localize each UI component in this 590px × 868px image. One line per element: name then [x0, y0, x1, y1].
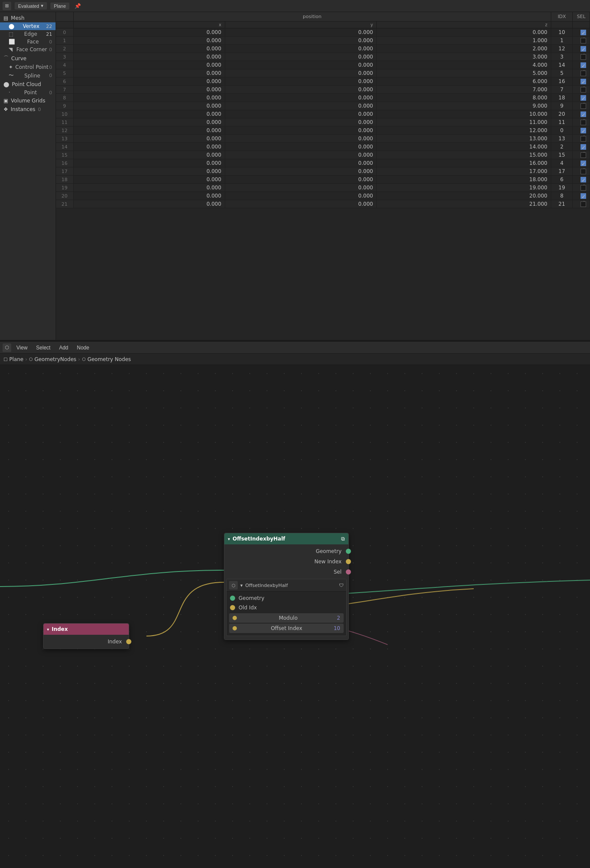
- table-row: 10.0000.0001.0001: [56, 37, 590, 45]
- add-button[interactable]: Add: [56, 344, 71, 352]
- checkbox[interactable]: [581, 169, 586, 174]
- index-output-socket[interactable]: [126, 639, 131, 644]
- sidebar-item-spline[interactable]: 〜 Spline 0: [0, 71, 56, 80]
- cell-sel[interactable]: [573, 102, 590, 110]
- checkbox[interactable]: [581, 120, 586, 125]
- checkbox[interactable]: ✓: [581, 177, 586, 182]
- spline-label: Spline: [25, 73, 40, 79]
- cell-sel[interactable]: [573, 86, 590, 94]
- inner-old-idx-socket[interactable]: [230, 605, 235, 610]
- inner-geometry-socket[interactable]: [230, 596, 235, 601]
- cell-y: 0.000: [225, 61, 376, 69]
- cell-sel[interactable]: [573, 151, 590, 159]
- checkbox[interactable]: ✓: [581, 46, 586, 52]
- checkbox[interactable]: ✓: [581, 144, 586, 150]
- offset-node-collapse[interactable]: ▾: [228, 537, 230, 541]
- checkbox[interactable]: [581, 71, 586, 76]
- cell-sel[interactable]: [573, 37, 590, 45]
- index-node-title: Index: [52, 626, 125, 632]
- cell-sel[interactable]: [573, 184, 590, 192]
- cell-sel[interactable]: [573, 200, 590, 208]
- cell-idx: 2: [551, 143, 573, 151]
- cell-x: 0.000: [73, 94, 225, 102]
- checkbox[interactable]: ✓: [581, 30, 586, 35]
- sidebar-point-cloud-header[interactable]: ⬤ Point Cloud: [0, 80, 56, 89]
- cell-sel[interactable]: [573, 135, 590, 143]
- cp-label: Control Point: [16, 64, 49, 70]
- sub-header-idx2: [551, 22, 573, 28]
- sidebar-item-vertex[interactable]: ⬤ Vertex 22: [0, 22, 56, 30]
- index-node-collapse[interactable]: ▾: [47, 627, 49, 632]
- inner-node-title: OffsetIndexbyHalf: [245, 583, 288, 588]
- checkbox[interactable]: ✓: [581, 95, 586, 101]
- cell-sel[interactable]: ✓: [573, 159, 590, 167]
- evaluated-dropdown[interactable]: Evaluated ▾: [15, 2, 47, 9]
- view-button[interactable]: View: [13, 344, 31, 352]
- cell-sel[interactable]: ✓: [573, 176, 590, 184]
- sidebar-instances-header[interactable]: ❖ Instances 0: [0, 105, 56, 114]
- cell-sel[interactable]: [573, 167, 590, 176]
- cell-z: 13.000: [377, 135, 551, 143]
- checkbox[interactable]: [581, 185, 586, 191]
- sidebar-item-face[interactable]: ⬜ Face 0: [0, 38, 56, 46]
- cell-sel[interactable]: ✓: [573, 61, 590, 69]
- breadcrumb-plane-label[interactable]: Plane: [9, 356, 23, 362]
- checkbox[interactable]: [581, 38, 586, 43]
- cell-sel[interactable]: [573, 53, 590, 61]
- cell-sel[interactable]: ✓: [573, 127, 590, 135]
- breadcrumb-geonodes-label[interactable]: GeometryNodes: [34, 356, 76, 362]
- offset-index-field[interactable]: Offset Index 10: [229, 624, 344, 633]
- spreadsheet-main: position IDX SEL x y z 00.0000.0000.0001…: [56, 12, 590, 340]
- checkbox[interactable]: [581, 152, 586, 158]
- sidebar-item-edge[interactable]: ⬚ Edge 21: [0, 30, 56, 38]
- node-button[interactable]: Node: [74, 344, 93, 352]
- checkbox[interactable]: [581, 103, 586, 109]
- cell-sel[interactable]: ✓: [573, 143, 590, 151]
- sidebar-item-point[interactable]: · Point 0: [0, 89, 56, 96]
- breadcrumb-nodes-label[interactable]: Geometry Nodes: [87, 356, 131, 362]
- sidebar-volume-header[interactable]: ▣ Volume Grids: [0, 96, 56, 105]
- output-geometry-socket[interactable]: [346, 549, 351, 554]
- checkbox[interactable]: [581, 87, 586, 93]
- checkbox[interactable]: ✓: [581, 193, 586, 199]
- row-number: 11: [56, 118, 73, 127]
- modulo-socket[interactable]: [233, 616, 237, 620]
- cell-z: 19.000: [377, 184, 551, 192]
- sidebar-item-control-point[interactable]: ✦ Control Point 0: [0, 63, 56, 71]
- offset-index-socket[interactable]: [233, 626, 237, 630]
- checkbox[interactable]: ✓: [581, 128, 586, 133]
- checkbox[interactable]: ✓: [581, 161, 586, 166]
- offset-node-pin[interactable]: ⧉: [341, 536, 345, 542]
- cell-y: 0.000: [225, 69, 376, 77]
- cell-sel[interactable]: ✓: [573, 45, 590, 53]
- modulo-field[interactable]: Modulo 2: [229, 613, 344, 623]
- checkbox[interactable]: [581, 136, 586, 142]
- checkbox[interactable]: ✓: [581, 62, 586, 68]
- point-count: 0: [49, 90, 52, 96]
- cell-sel[interactable]: ✓: [573, 192, 590, 200]
- col-header-rownum: [56, 12, 73, 22]
- row-number: 7: [56, 86, 73, 94]
- sidebar-mesh-header[interactable]: ▤ Mesh: [0, 14, 56, 22]
- cell-sel[interactable]: [573, 69, 590, 77]
- cell-y: 0.000: [225, 200, 376, 208]
- checkbox[interactable]: [581, 54, 586, 60]
- mesh-label: Mesh: [11, 15, 25, 21]
- breadcrumb-plane-icon: □: [3, 357, 7, 361]
- select-button[interactable]: Select: [33, 344, 54, 352]
- plane-button[interactable]: Plane: [50, 3, 69, 9]
- sidebar-item-face-corner[interactable]: ◥ Face Corner 0: [0, 46, 56, 53]
- output-new-index-socket[interactable]: [346, 559, 351, 564]
- cell-sel[interactable]: [573, 118, 590, 127]
- sidebar-curve-header[interactable]: ⌒ Curve: [0, 53, 56, 63]
- checkbox[interactable]: ✓: [581, 79, 586, 84]
- checkbox[interactable]: ✓: [581, 111, 586, 117]
- cell-sel[interactable]: ✓: [573, 28, 590, 37]
- cell-sel[interactable]: ✓: [573, 110, 590, 118]
- cell-y: 0.000: [225, 176, 376, 184]
- cell-sel[interactable]: ✓: [573, 94, 590, 102]
- cell-sel[interactable]: ✓: [573, 77, 590, 86]
- checkbox[interactable]: [581, 201, 586, 207]
- output-sel-socket[interactable]: [346, 569, 351, 575]
- data-table: position IDX SEL x y z 00.0000.0000.0001…: [56, 12, 590, 208]
